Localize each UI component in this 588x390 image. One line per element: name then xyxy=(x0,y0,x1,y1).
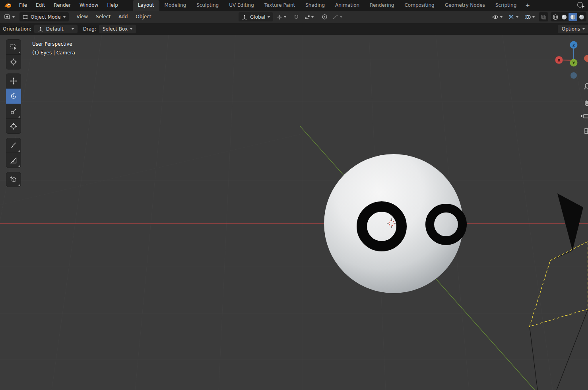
transform-tool[interactable] xyxy=(6,119,21,134)
light-cone-shape xyxy=(557,193,583,251)
tab-modeling[interactable]: Modeling xyxy=(159,0,192,11)
chevron-down-icon xyxy=(12,16,15,18)
snap-toggle-button[interactable] xyxy=(292,13,301,21)
tab-shading[interactable]: Shading xyxy=(300,0,330,11)
tab-scripting[interactable]: Scripting xyxy=(490,0,522,11)
add-workspace-button[interactable]: + xyxy=(522,0,534,11)
monitor-cursor-icon xyxy=(576,1,586,9)
tab-compositing[interactable]: Compositing xyxy=(399,0,439,11)
mode-selector-label: Object Mode xyxy=(31,14,61,20)
overlays-dropdown[interactable] xyxy=(522,14,536,21)
transform-orientation-label: Global xyxy=(250,14,265,20)
workspace-tabs: Layout Modeling Sculpting UV Editing Tex… xyxy=(133,0,534,11)
view-perspective-label: User Perspective xyxy=(32,40,75,48)
wireframe-sphere-icon xyxy=(552,14,559,20)
active-collection-object-label: (1) Eyes | Camera xyxy=(32,48,75,57)
menu-render[interactable]: Render xyxy=(49,0,75,11)
xray-icon xyxy=(541,14,547,20)
menu-window[interactable]: Window xyxy=(75,0,103,11)
3d-viewport[interactable]: Z X Y xyxy=(0,35,588,390)
options-button-label: Options xyxy=(562,26,580,32)
scale-icon xyxy=(10,107,17,115)
chevron-down-icon xyxy=(63,16,66,18)
viewport-overlay-text: User Perspective (1) Eyes | Camera xyxy=(32,40,75,57)
orientation-value: Default xyxy=(46,26,69,32)
menu-select[interactable]: Select xyxy=(92,11,114,23)
viewport-canvas[interactable]: Z X Y xyxy=(0,35,588,390)
shading-mode-group xyxy=(551,12,586,21)
chevron-down-icon xyxy=(72,28,74,30)
falloff-curve-icon xyxy=(332,14,339,20)
chevron-down-icon xyxy=(582,28,585,30)
drag-dropdown[interactable]: Select Box xyxy=(99,25,136,33)
proportional-falloff-dropdown[interactable] xyxy=(331,14,344,21)
zoom-button[interactable] xyxy=(584,83,588,89)
overlays-icon xyxy=(524,14,531,20)
gizmo-axis-negz-ball xyxy=(571,72,577,79)
annotate-tool[interactable] xyxy=(6,138,21,153)
shading-solid-button[interactable] xyxy=(560,13,569,21)
tab-uv-editing[interactable]: UV Editing xyxy=(224,0,259,11)
select-box-tool[interactable] xyxy=(6,39,21,54)
tab-rendering[interactable]: Rendering xyxy=(365,0,399,11)
mode-selector[interactable]: Object Mode xyxy=(19,12,69,21)
orientation-label: Orientation: xyxy=(3,26,31,32)
navigation-gizmo[interactable]: Z X Y xyxy=(555,41,588,79)
show-object-types-dropdown[interactable] xyxy=(490,14,504,21)
tab-texture-paint[interactable]: Texture Paint xyxy=(259,0,300,11)
scene-status-icon[interactable] xyxy=(576,1,586,10)
viewport-header: Object Mode View Select Add Object Globa… xyxy=(0,11,588,23)
visibility-eye-icon xyxy=(492,14,499,20)
gizmo-axis-x-label: X xyxy=(557,58,561,62)
measure-tool[interactable] xyxy=(6,153,21,168)
menu-view[interactable]: View xyxy=(73,11,92,23)
snap-settings-dropdown[interactable] xyxy=(303,14,315,21)
blender-logo-icon[interactable] xyxy=(4,2,12,9)
add-cube-icon xyxy=(10,176,17,183)
magnet-icon xyxy=(293,14,299,20)
menu-edit[interactable]: Edit xyxy=(31,0,49,11)
chevron-down-icon xyxy=(500,16,503,18)
menu-help[interactable]: Help xyxy=(103,0,122,11)
chevron-down-icon xyxy=(340,16,342,18)
tab-geometry-nodes[interactable]: Geometry Nodes xyxy=(440,0,490,11)
toolbar xyxy=(6,39,21,191)
menu-add[interactable]: Add xyxy=(114,11,132,23)
floor-grid xyxy=(0,35,588,390)
xray-toggle[interactable] xyxy=(539,12,548,21)
tab-layout[interactable]: Layout xyxy=(133,0,159,11)
header-right-group xyxy=(490,11,586,23)
pivot-point-icon xyxy=(276,14,283,20)
options-button[interactable]: Options xyxy=(558,25,588,33)
gizmos-dropdown[interactable] xyxy=(506,13,520,21)
chevron-down-icon xyxy=(532,16,535,18)
tab-sculpting[interactable]: Sculpting xyxy=(191,0,224,11)
shading-material-preview-button[interactable] xyxy=(569,13,577,21)
3d-cursor-icon xyxy=(10,58,17,66)
menu-file[interactable]: File xyxy=(15,0,31,11)
menu-object[interactable]: Object xyxy=(132,11,155,23)
topbar: File Edit Render Window Help Layout Mode… xyxy=(0,0,588,11)
transform-icon xyxy=(10,122,17,130)
material-sphere-icon xyxy=(570,14,576,20)
viewport-side-controls xyxy=(581,83,588,133)
header-center-group: Global xyxy=(239,11,344,23)
shading-rendered-button[interactable] xyxy=(577,13,586,21)
proportional-editing-toggle[interactable] xyxy=(320,13,329,21)
scale-tool[interactable] xyxy=(6,104,21,119)
tab-animation[interactable]: Animation xyxy=(330,0,365,11)
editor-type-button[interactable] xyxy=(2,13,16,21)
move-tool[interactable] xyxy=(6,73,21,89)
shading-wireframe-button[interactable] xyxy=(551,13,560,21)
tool-settings-bar: Orientation: Default Drag: Select Box Op… xyxy=(0,23,588,35)
cursor-tool[interactable] xyxy=(6,54,21,70)
orientation-dropdown[interactable]: Default xyxy=(34,25,78,33)
chevron-down-icon xyxy=(516,16,518,18)
pivot-point-dropdown[interactable] xyxy=(275,14,288,21)
transform-orientation-dropdown[interactable]: Global xyxy=(239,12,273,21)
add-cube-tool[interactable] xyxy=(6,172,21,187)
selected-area-light[interactable] xyxy=(530,193,588,390)
sphere-object[interactable] xyxy=(324,154,463,293)
rotate-tool[interactable] xyxy=(6,89,21,104)
subtool-indicator xyxy=(18,150,20,152)
